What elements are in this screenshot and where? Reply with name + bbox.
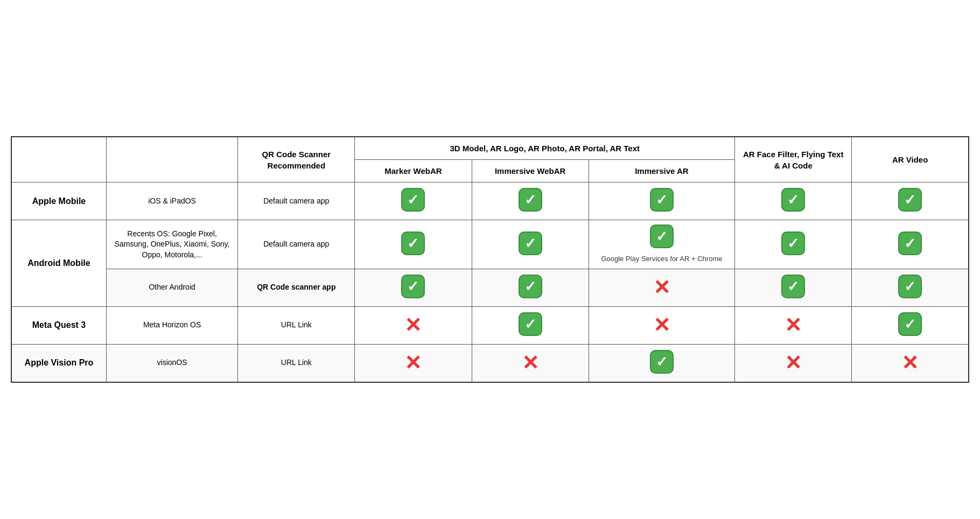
ar-face-meta: ✕ <box>735 306 852 344</box>
header-immersive-ar: Immersive AR <box>589 160 734 183</box>
check-icon <box>401 275 425 298</box>
check-icon <box>650 225 674 248</box>
immersive-ar-android-other: ✕ <box>589 269 734 306</box>
ar-face-android-other <box>735 269 852 306</box>
compatibility-table: QR Code Scanner Recommended 3D Model, AR… <box>11 136 969 382</box>
cross-icon: ✕ <box>785 315 802 335</box>
header-3d-group: 3D Model, AR Logo, AR Photo, AR Portal, … <box>355 137 735 160</box>
check-icon <box>650 350 674 374</box>
check-icon <box>519 312 542 336</box>
immersive-ar-vision <box>589 344 734 382</box>
immersive-ar-label: Immersive AR <box>635 166 689 176</box>
immersive-webar-apple <box>472 183 589 220</box>
immersive-ar-android-recent: Google Play Services for AR + Chrome <box>589 220 734 269</box>
cross-icon: ✕ <box>785 353 802 373</box>
qr-android-recent: Default camera app <box>238 220 355 269</box>
qr-android-other: QR Code scanner app <box>238 269 355 306</box>
header-ar-video-col: AR Video <box>852 137 969 183</box>
qr-vision: URL Link <box>238 344 355 382</box>
device-vision-pro: Apple Vision Pro <box>11 344 106 382</box>
device-apple-mobile: Apple Mobile <box>11 183 106 220</box>
device-meta-quest: Meta Quest 3 <box>11 306 106 344</box>
marker-android-recent <box>355 220 472 269</box>
table-row: Meta Quest 3 Meta Horizon OS URL Link ✕ … <box>11 306 969 344</box>
ar-face-vision: ✕ <box>735 344 852 382</box>
cross-icon: ✕ <box>653 277 670 298</box>
check-icon <box>898 312 922 336</box>
check-icon <box>401 188 425 212</box>
table-row: Apple Vision Pro visionOS URL Link ✕ ✕ <box>11 344 969 382</box>
immersive-ar-apple <box>589 183 734 220</box>
check-icon <box>401 232 425 255</box>
check-icon <box>519 232 542 255</box>
immersive-webar-meta <box>472 306 589 344</box>
check-icon <box>519 275 542 298</box>
check-icon <box>781 232 805 255</box>
header-os-col <box>106 137 237 183</box>
cross-icon: ✕ <box>404 353 422 373</box>
ar-video-vision: ✕ <box>852 344 969 382</box>
check-icon <box>898 275 922 298</box>
header-immersive-webar: Immersive WebAR <box>472 160 589 183</box>
compatibility-table-container: QR Code Scanner Recommended 3D Model, AR… <box>11 136 969 382</box>
os-android-recent: Recents OS: Google Pixel, Samsung, OnePl… <box>106 220 237 269</box>
header-marker-webar: Marker WebAR <box>355 160 472 183</box>
check-icon <box>650 188 674 212</box>
marker-label: Marker WebAR <box>384 166 442 176</box>
ar-video-android-recent <box>852 220 969 269</box>
device-android-mobile: Android Mobile <box>11 220 106 306</box>
immersive-ar-meta: ✕ <box>589 306 734 344</box>
check-icon <box>519 188 542 212</box>
header-ar-face-col: AR Face Filter, Flying Text & AI Code <box>735 137 852 183</box>
ar-face-apple <box>735 183 852 220</box>
table-row: Android Mobile Recents OS: Google Pixel,… <box>11 220 969 269</box>
cross-icon: ✕ <box>404 315 422 335</box>
google-play-note: Google Play Services for AR + Chrome <box>594 254 729 264</box>
immersive-webar-vision: ✕ <box>472 344 589 382</box>
qr-apple: Default camera app <box>238 183 355 220</box>
check-icon <box>781 188 805 212</box>
os-ios: iOS & iPadOS <box>106 183 237 220</box>
immersive-webar-android-recent <box>472 220 589 269</box>
marker-apple <box>355 183 472 220</box>
check-icon <box>898 232 922 255</box>
qr-meta: URL Link <box>238 306 355 344</box>
marker-vision: ✕ <box>355 344 472 382</box>
qr-header-label: QR Code Scanner Recommended <box>262 150 331 170</box>
ar-face-label: AR Face Filter, Flying Text & AI Code <box>743 150 843 170</box>
cross-icon: ✕ <box>522 353 539 373</box>
os-vision: visionOS <box>106 344 237 382</box>
table-row: Other Android QR Code scanner app ✕ <box>11 269 969 306</box>
table-row: Apple Mobile iOS & iPadOS Default camera… <box>11 183 969 220</box>
ar-video-meta <box>852 306 969 344</box>
check-icon <box>781 275 805 298</box>
marker-meta: ✕ <box>355 306 472 344</box>
ar-video-label: AR Video <box>892 155 928 164</box>
marker-android-other <box>355 269 472 306</box>
ar-face-android-recent <box>735 220 852 269</box>
immersive-webar-android-other <box>472 269 589 306</box>
cross-icon: ✕ <box>653 315 670 335</box>
header-qr-col: QR Code Scanner Recommended <box>238 137 355 183</box>
header-device-col <box>11 137 106 183</box>
ar-video-apple <box>852 183 969 220</box>
os-meta: Meta Horizon OS <box>106 306 237 344</box>
cross-icon: ✕ <box>901 353 919 373</box>
os-android-other: Other Android <box>106 269 237 306</box>
3d-group-label: 3D Model, AR Logo, AR Photo, AR Portal, … <box>450 144 640 153</box>
immersive-webar-label: Immersive WebAR <box>495 166 565 176</box>
check-icon <box>898 188 922 212</box>
ar-video-android-other <box>852 269 969 306</box>
